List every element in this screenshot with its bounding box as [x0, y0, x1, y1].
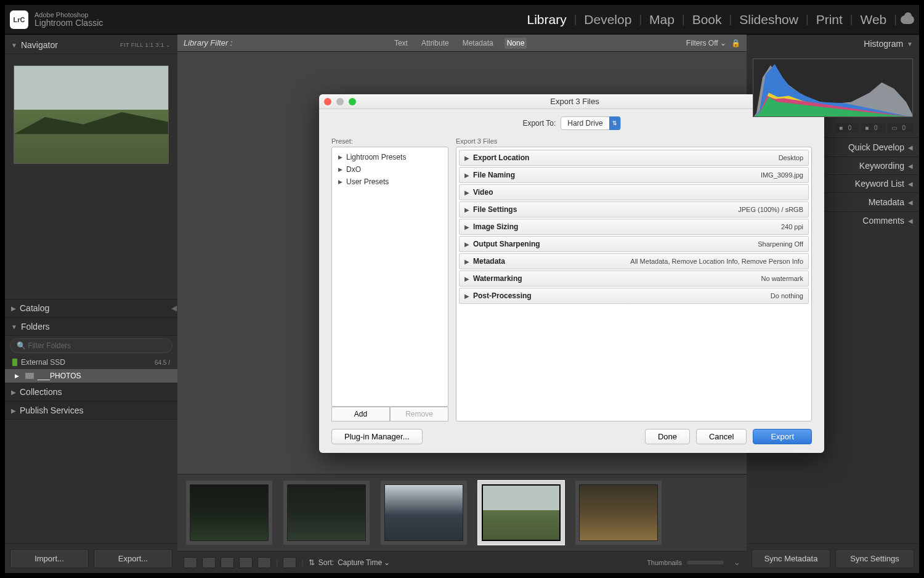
chevron-down-icon[interactable]: ⌄ — [734, 558, 740, 567]
library-filter-label: Library Filter : — [184, 38, 232, 47]
done-button[interactable]: Done — [645, 429, 690, 444]
collections-header[interactable]: ▶ Collections — [5, 383, 177, 401]
module-book[interactable]: Book — [685, 12, 729, 27]
loupe-view-button[interactable] — [202, 557, 216, 568]
section-value: 240 ppi — [781, 223, 803, 230]
folder-row[interactable]: ▶ ___PHOTOS — [5, 369, 177, 383]
module-slideshow[interactable]: Slideshow — [732, 12, 806, 27]
grid-view-button[interactable] — [184, 557, 197, 568]
chevron-left-icon: ◀ — [908, 163, 913, 169]
module-develop[interactable]: Develop — [577, 12, 639, 27]
cloud-icon[interactable] — [901, 15, 914, 24]
export-confirm-button[interactable]: Export — [753, 429, 812, 444]
section-title: File Settings — [473, 205, 517, 214]
compare-view-button[interactable] — [221, 557, 234, 568]
sort-direction-icon[interactable]: ⇅ — [309, 558, 315, 567]
export-section[interactable]: ▶Post-ProcessingDo nothing — [459, 288, 809, 304]
survey-view-button[interactable] — [239, 557, 253, 568]
filter-attribute[interactable]: Attribute — [419, 38, 452, 49]
export-dialog: Export 3 Files Export To: Hard Drive ⇅ P… — [319, 94, 824, 453]
sort-label: Sort: — [318, 558, 334, 567]
filters-off-dropdown[interactable]: Filters Off ⌄ — [686, 39, 726, 47]
thumbnail-size-slider[interactable] — [687, 561, 724, 564]
thumbnail[interactable] — [283, 481, 370, 545]
preset-list: ▶Lightroom Presets ▶DxO ▶User Presets — [331, 147, 448, 407]
expand-left-icon[interactable]: ◀ — [171, 304, 177, 312]
sort-value[interactable]: Capture Time ⌄ — [338, 558, 390, 567]
painter-tool[interactable] — [283, 557, 296, 568]
sync-metadata-button[interactable]: Sync Metadata — [752, 549, 830, 568]
chevron-down-icon: ▼ — [11, 42, 17, 49]
chevron-right-icon: ▶ — [464, 241, 469, 248]
export-section[interactable]: ▶MetadataAll Metadata, Remove Location I… — [459, 253, 809, 269]
export-button[interactable]: Export... — [94, 549, 172, 568]
lock-icon[interactable]: 🔒 — [731, 39, 740, 47]
thumbnail-selected[interactable] — [478, 481, 564, 545]
filter-metadata[interactable]: Metadata — [460, 38, 496, 49]
export-section[interactable]: ▶File SettingsJPEG (100%) / sRGB — [459, 201, 809, 218]
section-value: No watermark — [761, 275, 803, 282]
module-web[interactable]: Web — [853, 12, 894, 27]
preset-item[interactable]: ▶DxO — [332, 163, 448, 176]
section-title: Export Location — [473, 153, 529, 162]
folder-name: ___PHOTOS — [38, 372, 81, 380]
export-to-select[interactable]: Hard Drive ⇅ — [561, 116, 620, 130]
chevron-right-icon: ▶ — [464, 275, 469, 282]
chevron-right-icon: ▶ — [464, 258, 469, 265]
preset-item[interactable]: ▶Lightroom Presets — [332, 151, 448, 163]
section-value: Desktop — [779, 154, 803, 161]
people-view-button[interactable] — [257, 557, 271, 568]
folders-header[interactable]: ▼ Folders — [5, 317, 177, 336]
publish-header[interactable]: ▶ Publish Services — [5, 401, 177, 420]
chevron-right-icon: ▶ — [464, 293, 469, 299]
export-section[interactable]: ▶Output SharpeningSharpening Off — [459, 236, 809, 252]
select-arrow-icon: ⇅ — [609, 116, 620, 130]
chevron-down-icon: ▼ — [11, 324, 17, 330]
section-title: Output Sharpening — [473, 240, 540, 248]
export-section[interactable]: ▶File NamingIMG_3099.jpg — [459, 167, 809, 183]
export-section[interactable]: ▶WatermarkingNo watermark — [459, 271, 809, 287]
catalog-title: Catalog — [20, 303, 49, 313]
export-section[interactable]: ▶Video — [459, 184, 809, 200]
chevron-right-icon: ▶ — [11, 389, 16, 396]
chevron-left-icon: ◀ — [908, 181, 913, 187]
preset-label: Preset: — [331, 137, 448, 145]
navigator-header[interactable]: ▼ Navigator FIT FILL 1:1 3:1 ⌄ — [5, 35, 177, 54]
preset-item[interactable]: ▶User Presets — [332, 176, 448, 188]
navigator-title: Navigator — [21, 40, 58, 50]
folders-title: Folders — [21, 322, 50, 332]
chevron-left-icon: ◀ — [908, 144, 913, 151]
module-library[interactable]: Library — [519, 12, 573, 27]
filter-none[interactable]: None — [505, 38, 527, 49]
disk-row[interactable]: External SSD 64.5 / — [5, 356, 177, 369]
sync-settings-button[interactable]: Sync Settings — [835, 549, 914, 568]
section-title: File Naming — [473, 171, 515, 179]
histogram[interactable] — [753, 59, 913, 117]
add-preset-button[interactable]: Add — [331, 407, 390, 421]
navigator-preview[interactable] — [14, 65, 169, 164]
histogram-header[interactable]: Histogram ▼ — [747, 35, 919, 52]
import-button[interactable]: Import... — [10, 549, 89, 568]
cancel-button[interactable]: Cancel — [696, 429, 747, 444]
catalog-header[interactable]: ▶ Catalog — [5, 299, 177, 317]
thumbnail[interactable] — [381, 481, 467, 545]
disk-name: External SSD — [21, 358, 65, 367]
export-section[interactable]: ▶Export LocationDesktop — [459, 150, 809, 166]
folder-icon — [25, 373, 34, 379]
export-section[interactable]: ▶Image Sizing240 ppi — [459, 219, 809, 235]
filter-folders-input[interactable]: 🔍 Filter Folders — [10, 338, 172, 353]
plugin-manager-button[interactable]: Plug‑in Manager... — [331, 429, 423, 444]
module-print[interactable]: Print — [809, 12, 850, 27]
thumbnail[interactable] — [186, 481, 272, 545]
navigator-zoom-options[interactable]: FIT FILL 1:1 3:1 ⌄ — [120, 42, 171, 48]
section-title: Watermarking — [473, 274, 522, 283]
module-map[interactable]: Map — [642, 12, 682, 27]
app-logo: LrC — [10, 10, 28, 29]
filmstrip — [177, 474, 747, 551]
section-value: JPEG (100%) / sRGB — [738, 206, 803, 213]
remove-preset-button[interactable]: Remove — [390, 407, 448, 421]
chevron-down-icon: ▼ — [907, 41, 913, 47]
filter-text[interactable]: Text — [392, 38, 410, 49]
thumbnail[interactable] — [575, 481, 662, 545]
publish-title: Publish Services — [20, 405, 84, 415]
